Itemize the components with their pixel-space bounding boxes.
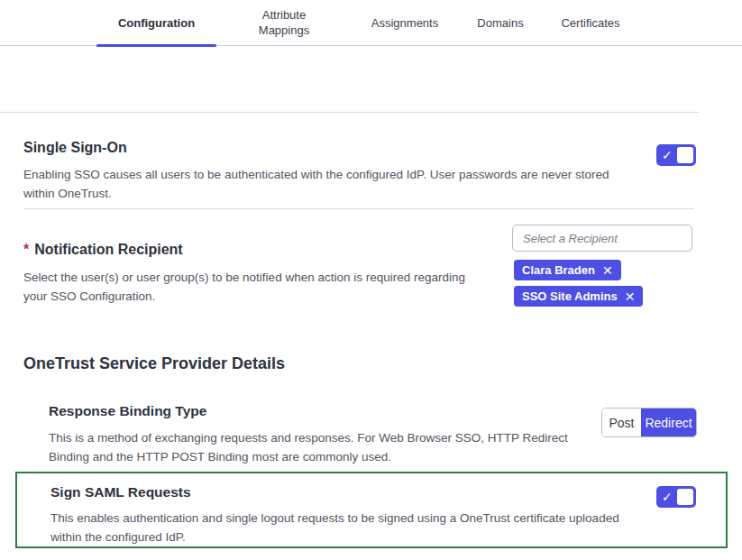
tab-certificates[interactable]: Certificates (541, 0, 640, 45)
remove-icon[interactable]: ✕ (602, 264, 613, 277)
required-marker: * (23, 242, 29, 257)
tab-attribute-mappings[interactable]: Attribute Mappings (243, 0, 325, 45)
sign-saml-highlight-box: Sign SAML Requests This enables authenti… (15, 472, 728, 548)
section-divider (0, 112, 699, 113)
sign-saml-title: Sign SAML Requests (50, 484, 191, 500)
binding-type-segmented-control: Post Redirect (601, 408, 697, 437)
recipient-chip[interactable]: Clara Braden ✕ (514, 260, 621, 280)
notification-recipient-label: Notification Recipient (34, 242, 182, 257)
notification-recipient-description: Select the user(s) or user group(s) to b… (23, 268, 485, 306)
notification-recipient-title: *Notification Recipient (23, 242, 183, 258)
response-binding-description: This is a method of exchanging requests … (49, 428, 570, 466)
section-divider (24, 208, 694, 209)
binding-redirect-button[interactable]: Redirect (641, 409, 696, 436)
response-binding-title: Response Binding Type (49, 403, 206, 419)
sign-saml-description: This enables authentication and single l… (50, 509, 637, 546)
tab-domains[interactable]: Domains (460, 0, 541, 45)
tab-bar: Configuration Attribute Mappings Assignm… (0, 0, 742, 46)
tab-assignments[interactable]: Assignments (355, 0, 454, 45)
toggle-knob (677, 147, 693, 163)
provider-details-title: OneTrust Service Provider Details (23, 354, 285, 373)
tab-configuration[interactable]: Configuration (96, 0, 216, 45)
binding-post-button[interactable]: Post (602, 409, 641, 436)
recipient-select-input[interactable] (512, 225, 692, 252)
sso-section-title: Single Sign-On (23, 140, 127, 156)
recipient-chip-label: SSO Site Admins (522, 289, 618, 303)
sso-toggle[interactable]: ✓ (656, 144, 696, 166)
check-icon: ✓ (662, 147, 673, 163)
recipient-chip[interactable]: SSO Site Admins ✕ (514, 286, 643, 307)
sign-saml-toggle[interactable]: ✓ (656, 486, 696, 508)
recipient-chip-label: Clara Braden (522, 263, 595, 277)
sso-configuration-page: Configuration Attribute Mappings Assignm… (0, 0, 742, 560)
remove-icon[interactable]: ✕ (625, 290, 636, 303)
check-icon: ✓ (662, 489, 673, 505)
sso-section-description: Enabling SSO causes all users to be auth… (23, 165, 623, 203)
toggle-knob (677, 489, 693, 505)
